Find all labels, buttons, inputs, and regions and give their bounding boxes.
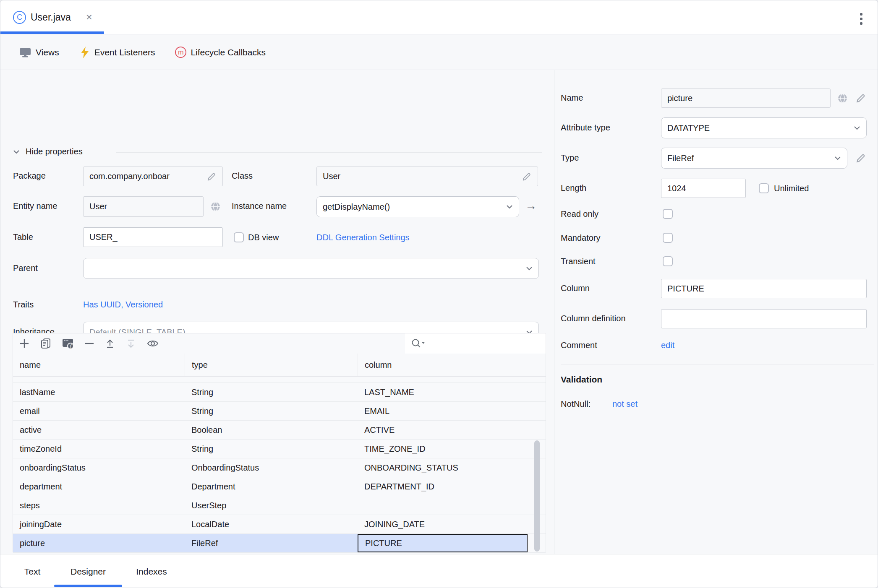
unlimited-checkbox[interactable]: [759, 183, 769, 193]
column-definition-field[interactable]: [661, 309, 867, 328]
column-header-type[interactable]: type: [185, 354, 358, 376]
cell-name[interactable]: onboardingStatus: [13, 458, 185, 477]
cell-column[interactable]: JOINING_DATE: [358, 515, 546, 533]
cell-type[interactable]: String: [185, 440, 358, 458]
cell-type[interactable]: UserStep: [185, 496, 358, 515]
add-attribute-icon[interactable]: [19, 338, 30, 349]
cell-name[interactable]: timeZoneId: [13, 440, 185, 458]
attribute-type-value: DATATYPE: [667, 123, 710, 133]
attributes-search-field[interactable]: [405, 333, 546, 354]
entity-name-field[interactable]: User: [83, 196, 204, 217]
cell-name[interactable]: active: [13, 421, 185, 439]
hide-properties-toggle[interactable]: Hide properties: [26, 147, 83, 156]
table-label: Table: [13, 232, 33, 242]
cell-column[interactable]: TIME_ZONE_ID: [358, 440, 546, 458]
mandatory-checkbox[interactable]: [663, 233, 673, 243]
table-row-selected[interactable]: picture FileRef PICTURE: [13, 534, 546, 553]
attr-type-value: FileRef: [667, 154, 694, 163]
class-field[interactable]: User: [316, 167, 538, 186]
attr-name-edit-pencil-icon[interactable]: [855, 93, 866, 104]
cell-type[interactable]: Department: [185, 477, 358, 496]
parent-select[interactable]: [83, 258, 539, 279]
table-row[interactable]: timeZoneId String TIME_ZONE_ID: [13, 440, 546, 458]
cell-type[interactable]: Boolean: [185, 421, 358, 439]
attr-comment-edit-link[interactable]: edit: [661, 341, 674, 350]
table-row[interactable]: lastName String LAST_NAME: [13, 383, 546, 402]
search-icon[interactable]: [411, 338, 426, 349]
cell-name[interactable]: department: [13, 477, 185, 496]
cell-column[interactable]: DEPARTMENT_ID: [358, 477, 546, 496]
cell-column[interactable]: ACTIVE: [358, 421, 546, 439]
instance-name-select[interactable]: getDisplayName(): [316, 196, 519, 217]
class-edit-pencil-icon[interactable]: [522, 172, 532, 182]
cell-column[interactable]: LAST_NAME: [358, 383, 546, 401]
cell-name[interactable]: picture: [13, 534, 185, 552]
table-row[interactable]: department Department DEPARTMENT_ID: [13, 477, 546, 496]
table-value: USER_: [89, 232, 118, 242]
cell-type[interactable]: String: [185, 402, 358, 420]
remove-attribute-icon[interactable]: [84, 338, 94, 349]
table-row-partial[interactable]: String: [13, 377, 546, 383]
transient-checkbox[interactable]: [663, 256, 673, 266]
table-scrollbar-thumb[interactable]: [534, 440, 540, 552]
attributes-table-header: name type column: [13, 354, 546, 377]
cell-name[interactable]: email: [13, 402, 185, 420]
tab-close-icon[interactable]: ✕: [86, 12, 93, 22]
table-field[interactable]: USER_: [83, 227, 223, 247]
editor-mode-tab-bar: Text Designer Indexes: [0, 554, 878, 588]
table-row[interactable]: email String EMAIL: [13, 402, 546, 421]
notnull-not-set-link[interactable]: not set: [612, 399, 638, 409]
create-fetch-plan-icon[interactable]: f: [62, 338, 74, 349]
cell-name[interactable]: steps: [13, 496, 185, 515]
table-row[interactable]: active Boolean ACTIVE: [13, 421, 546, 440]
db-view-checkbox[interactable]: [234, 232, 244, 242]
db-view-label: DB view: [248, 233, 279, 242]
package-field[interactable]: com.company.onboar: [83, 167, 223, 186]
cell-type[interactable]: OnboardingStatus: [185, 458, 358, 477]
chevron-down-icon: [526, 266, 533, 271]
cell-type[interactable]: LocalDate: [185, 515, 358, 533]
attribute-type-select[interactable]: DATATYPE: [661, 117, 867, 138]
cell-column[interactable]: EMAIL: [358, 402, 546, 420]
attr-name-label: Name: [561, 93, 583, 103]
cell-type[interactable]: FileRef: [185, 534, 358, 552]
file-tab-user-java[interactable]: C User.java ✕: [0, 0, 104, 34]
column-header-column[interactable]: column: [358, 354, 546, 376]
cell-type[interactable]: String: [185, 383, 358, 401]
tab-text[interactable]: Text: [21, 554, 44, 588]
event-listeners-button[interactable]: Event Listeners: [79, 46, 155, 59]
copy-attribute-icon[interactable]: [40, 338, 52, 349]
tab-indexes[interactable]: Indexes: [132, 554, 171, 588]
move-up-icon[interactable]: [105, 338, 115, 349]
view-attribute-icon[interactable]: [146, 338, 159, 349]
traits-link[interactable]: Has UUID, Versioned: [83, 300, 163, 310]
package-edit-pencil-icon[interactable]: [206, 172, 217, 182]
tab-designer[interactable]: Designer: [54, 554, 122, 588]
tab-title: User.java: [31, 12, 71, 23]
cell-name[interactable]: joiningDate: [13, 515, 185, 533]
attr-name-field[interactable]: picture: [661, 88, 831, 108]
table-row[interactable]: steps UserStep: [13, 496, 546, 515]
views-button[interactable]: Views: [19, 47, 59, 58]
tab-options-kebab-icon[interactable]: [860, 13, 862, 25]
cell-column[interactable]: ONBOARDING_STATUS: [358, 458, 546, 477]
length-value: 1024: [667, 184, 686, 193]
attr-name-globe-icon[interactable]: [837, 93, 848, 104]
length-field[interactable]: 1024: [661, 179, 746, 198]
cell-column[interactable]: [358, 496, 546, 515]
attr-column-field[interactable]: PICTURE: [661, 279, 867, 298]
table-row[interactable]: onboardingStatus OnboardingStatus ONBOAR…: [13, 458, 546, 477]
ddl-generation-settings-link[interactable]: DDL Generation Settings: [316, 233, 410, 242]
lifecycle-callbacks-button[interactable]: m Lifecycle Callbacks: [175, 47, 266, 58]
attr-type-edit-pencil-icon[interactable]: [855, 153, 866, 164]
column-header-name[interactable]: name: [13, 354, 185, 376]
navigate-arrow-icon[interactable]: →: [525, 199, 537, 213]
cell-column-focused[interactable]: PICTURE: [358, 534, 528, 552]
move-down-icon[interactable]: [125, 338, 136, 349]
entity-name-globe-icon[interactable]: [210, 201, 221, 212]
table-row[interactable]: joiningDate LocalDate JOINING_DATE: [13, 515, 546, 534]
cell-name[interactable]: lastName: [13, 383, 185, 401]
read-only-checkbox[interactable]: [663, 209, 673, 219]
attr-type-select[interactable]: FileRef: [661, 148, 847, 169]
collapse-chevron-icon[interactable]: [13, 150, 20, 154]
